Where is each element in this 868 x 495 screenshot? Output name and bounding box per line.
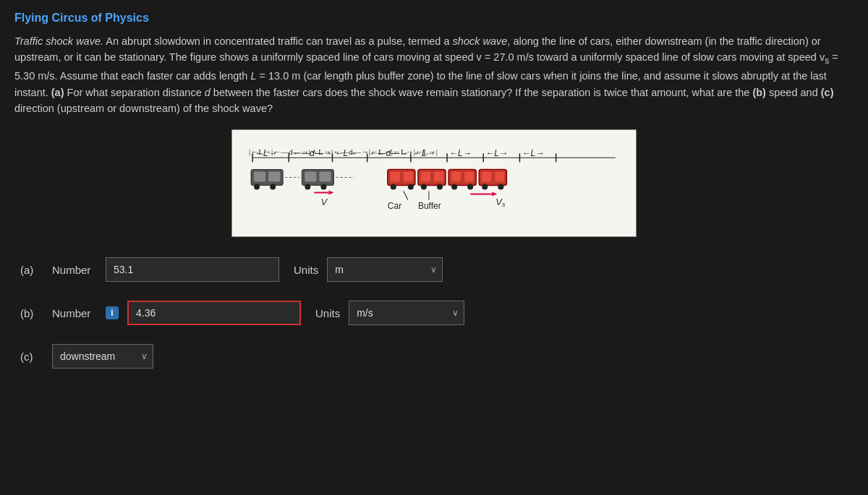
units-label-a: Units bbox=[294, 264, 318, 276]
problem-text: Traffic shock wave. An abrupt slowdown i… bbox=[14, 33, 839, 116]
units-select-a[interactable]: m km cm mm bbox=[327, 257, 443, 282]
svg-point-24 bbox=[270, 184, 276, 190]
answer-row-c: (c) downstream upstream stationary bbox=[20, 344, 848, 369]
svg-rect-41 bbox=[421, 172, 430, 182]
answers-section: (a) Number Units m km cm mm (b) Number i… bbox=[14, 257, 854, 369]
units-select-wrapper-a: m km cm mm bbox=[327, 257, 443, 282]
svg-text:Car: Car bbox=[388, 201, 401, 211]
answer-type-b: Number bbox=[52, 307, 97, 319]
svg-rect-52 bbox=[495, 172, 504, 182]
svg-point-53 bbox=[482, 184, 488, 190]
svg-point-39 bbox=[408, 184, 414, 190]
answer-row-b: (b) Number i Units m/s km/h mph cm/s bbox=[20, 301, 848, 325]
svg-point-44 bbox=[437, 184, 443, 190]
svg-text:|←L→|←—d—→|←L→|←—d—→|←L→|←L→|←: |←L→|←—d—→|←L→|←—d—→|←L→|←L→|←L→| bbox=[249, 148, 438, 157]
svg-rect-27 bbox=[305, 172, 316, 182]
direction-select[interactable]: downstream upstream stationary bbox=[52, 344, 153, 369]
answer-type-a: Number bbox=[52, 264, 97, 276]
svg-rect-22 bbox=[268, 172, 280, 182]
answer-label-b: (b) bbox=[20, 307, 43, 319]
svg-point-49 bbox=[467, 184, 473, 190]
svg-point-29 bbox=[305, 184, 310, 190]
svg-text:V: V bbox=[320, 197, 328, 207]
svg-rect-51 bbox=[482, 172, 491, 182]
answer-label-c: (c) bbox=[20, 350, 43, 363]
units-select-b[interactable]: m/s km/h mph cm/s bbox=[349, 301, 464, 325]
svg-rect-28 bbox=[319, 172, 331, 182]
page-title[interactable]: Flying Circus of Physics bbox=[14, 12, 854, 25]
svg-point-38 bbox=[391, 184, 396, 190]
units-label-b: Units bbox=[315, 307, 340, 319]
svg-point-30 bbox=[320, 184, 326, 190]
svg-rect-47 bbox=[464, 172, 474, 182]
number-input-b[interactable] bbox=[127, 301, 301, 325]
diagram-svg: |<--d-->|--L-->|<--d-->|--L-->|--L-->|--… bbox=[245, 140, 623, 227]
svg-rect-37 bbox=[404, 172, 413, 182]
svg-rect-36 bbox=[391, 172, 400, 182]
svg-text:←L→: ←L→ bbox=[485, 149, 508, 159]
diagram-box: |<--d-->|--L-->|<--d-->|--L-->|--L-->|--… bbox=[231, 129, 637, 237]
info-badge-b[interactable]: i bbox=[106, 306, 119, 319]
svg-point-23 bbox=[254, 184, 260, 190]
svg-text:Buffer: Buffer bbox=[418, 201, 441, 211]
answer-row-a: (a) Number Units m km cm mm bbox=[20, 257, 848, 282]
svg-text:←L→: ←L→ bbox=[522, 149, 544, 159]
svg-point-54 bbox=[498, 184, 503, 190]
svg-point-48 bbox=[451, 184, 457, 190]
svg-text:←L→: ←L→ bbox=[449, 149, 472, 159]
svg-point-43 bbox=[421, 184, 427, 190]
svg-rect-46 bbox=[451, 172, 461, 182]
units-select-wrapper-b: m/s km/h mph cm/s bbox=[349, 301, 464, 325]
number-input-a[interactable] bbox=[106, 257, 279, 282]
diagram-container: |<--d-->|--L-->|<--d-->|--L-->|--L-->|--… bbox=[14, 129, 854, 237]
answer-label-a: (a) bbox=[20, 264, 43, 276]
svg-rect-42 bbox=[434, 172, 443, 182]
direction-select-wrapper: downstream upstream stationary bbox=[52, 344, 153, 369]
svg-rect-21 bbox=[254, 172, 265, 182]
